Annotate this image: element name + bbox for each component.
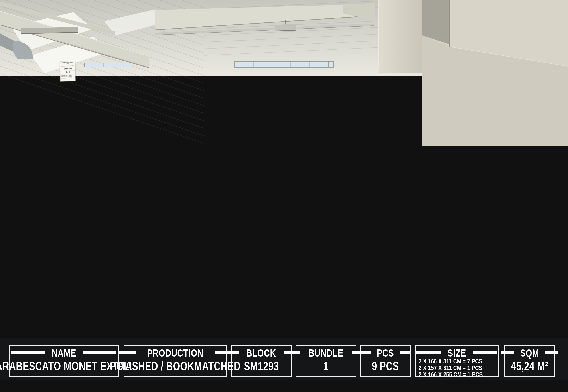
slab-label-match: BOOKMATCH xyxy=(68,65,74,66)
info-box-value-area: ARABESCATO MONET EXTRA xyxy=(10,358,118,376)
info-box-bundle: BUNDLE1 xyxy=(295,345,356,377)
info-box-heading: PRODUCTION xyxy=(124,348,226,358)
heading-dash xyxy=(416,351,441,354)
info-box-label: SQM xyxy=(520,347,539,359)
slab-label-block: SM 1293 xyxy=(60,67,75,71)
info-box-label: PCS xyxy=(377,347,394,359)
heading-dash xyxy=(119,351,136,354)
heading-dash xyxy=(400,351,410,354)
size-lines: 2 X 166 X 311 CM = 7 PCS2 X 157 X 311 CM… xyxy=(419,358,483,378)
heading-dash xyxy=(501,351,514,354)
size-line: 2 X 157 X 311 CM = 1 PCS xyxy=(419,364,483,371)
info-box-heading: PCS xyxy=(361,348,410,358)
info-box-value-area: 45,24 M² xyxy=(505,358,554,376)
info-box-value: 1 xyxy=(323,359,329,373)
info-box-name: NAMEARABESCATO MONET EXTRA xyxy=(9,345,119,377)
info-box-heading: SIZE xyxy=(416,348,498,358)
info-box-label: BLOCK xyxy=(246,347,276,359)
info-box-block: BLOCKSM1293 xyxy=(231,345,291,377)
info-box-value-area: POLISHED / BOOKMATCHED xyxy=(124,358,226,376)
info-box-value: 9 PCS xyxy=(372,359,399,373)
info-box-size: SIZE2 X 166 X 311 CM = 7 PCS2 X 157 X 31… xyxy=(415,345,499,377)
info-box-value: POLISHED / BOOKMATCHED xyxy=(110,359,240,373)
heading-dash xyxy=(289,351,300,354)
warehouse-photo xyxy=(0,0,568,392)
slab-label-sizes: 2 X 166 X 311 = 7 PCS 2 X 157 X 311 = 1 … xyxy=(60,74,75,79)
info-box-label: PRODUCTION xyxy=(147,347,203,359)
info-box-label: BUNDLE xyxy=(308,347,343,359)
heading-dash xyxy=(473,351,497,354)
info-bar: NAMEARABESCATO MONET EXTRAPRODUCTIONPOLI… xyxy=(0,338,568,380)
info-box-value-area: 1 xyxy=(296,358,356,376)
warehouse-scene: ARABESCATO MONET EXTRA POLISHED BOOKMATC… xyxy=(0,0,568,392)
info-box-value-area: 9 PCS xyxy=(361,358,410,376)
info-box-value: 45,24 M² xyxy=(511,359,548,373)
info-box-production: PRODUCTIONPOLISHED / BOOKMATCHED xyxy=(124,345,227,377)
heading-dash xyxy=(361,351,371,354)
slab-id-label: ARABESCATO MONET EXTRA POLISHED BOOKMATC… xyxy=(60,61,76,81)
slab-label-name: ARABESCATO MONET EXTRA xyxy=(60,61,75,65)
info-box-value-area: 2 X 166 X 311 CM = 7 PCS2 X 157 X 311 CM… xyxy=(416,358,498,379)
slab-label-size-line: 2 X 166 X 255 = 1 PCS xyxy=(61,77,75,79)
info-box-pcs: PCS9 PCS xyxy=(360,345,411,377)
slab-label-finish: POLISHED xyxy=(61,65,66,67)
info-box-heading: BLOCK xyxy=(232,348,291,358)
info-box-label: SIZE xyxy=(448,347,466,359)
info-box-value: SM1293 xyxy=(244,359,279,373)
info-box-heading: BUNDLE xyxy=(296,348,356,358)
info-box-label: NAME xyxy=(51,347,76,359)
size-line: 2 X 166 X 255 CM = 1 PCS xyxy=(419,371,483,378)
heading-dash xyxy=(11,351,44,354)
info-box-value-area: SM1293 xyxy=(232,358,291,376)
heading-dash xyxy=(545,351,558,354)
heading-dash xyxy=(227,351,238,354)
heading-dash xyxy=(83,351,117,354)
size-line: 2 X 166 X 311 CM = 7 PCS xyxy=(419,358,483,364)
info-box-sqm: SQM45,24 M² xyxy=(504,345,555,377)
slab-label-bundle: 2 / 1 xyxy=(60,70,75,74)
info-box-heading: NAME xyxy=(10,348,118,358)
info-box-heading: SQM xyxy=(505,348,554,358)
